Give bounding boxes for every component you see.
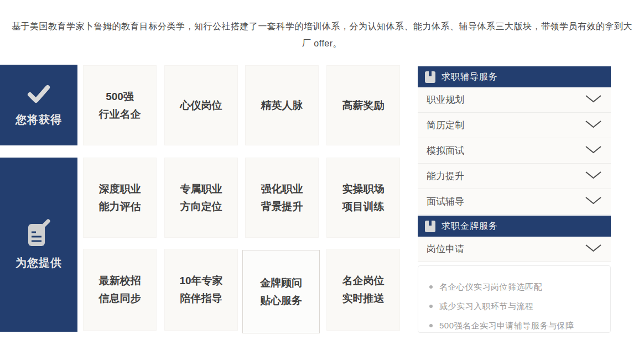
card-line: 金牌顾问 [260,274,302,292]
rail-we-provide: 为您提供 [0,158,77,332]
accordion-label: 职业规划 [427,93,464,106]
feature-card[interactable]: 强化职业 背景提升 [245,158,319,238]
card-line: 最新校招 [99,272,141,290]
accordion-label: 简历定制 [427,119,464,132]
career-training-section: 基于美国教育学家卜鲁姆的教育目标分类学，知行公社搭建了一套科学的培训体系，分为认… [0,0,644,345]
card-line: 陪伴指导 [180,290,222,307]
accordion-label: 岗位申请 [427,243,464,255]
section-header-gold-service: 求职金牌服务 [418,216,611,237]
services-sidebar: 求职辅导服务 职业规划 简历定制 模拟面试 能力提升 [418,66,611,333]
card-line: 行业名企 [99,106,141,123]
feature-card[interactable]: 深度职业 能力评估 [83,158,157,238]
benefit-item: 500强名企实习申请辅导服务与保障 [425,316,605,335]
feature-card[interactable]: 心仪岗位 [164,65,238,145]
rail-you-will-gain: 您将获得 [0,65,77,145]
rail-label: 您将获得 [15,112,62,127]
benefit-item: 名企心仪实习岗位筛选匹配 [425,277,605,296]
card-line: 名企岗位 [342,272,385,290]
card-line: 项目训练 [342,198,385,216]
chevron-down-icon[interactable] [585,145,602,156]
accordion-item-skill-improvement[interactable]: 能力提升 [418,164,611,189]
card-line: 实操职场 [342,180,385,198]
accordion-item-mock-interview[interactable]: 模拟面试 [418,138,611,164]
book-icon [425,221,435,232]
card-line: 实时推送 [342,290,385,307]
card-line: 强化职业 [261,180,303,198]
feature-card[interactable]: 实操职场 项目训练 [326,158,400,238]
feature-card[interactable]: 高薪奖励 [326,65,400,145]
accordion-item-resume-customization[interactable]: 简历定制 [418,113,611,138]
section-header-coaching: 求职辅导服务 [418,66,611,87]
chevron-down-icon[interactable] [585,120,602,131]
chevron-down-icon[interactable] [585,244,602,255]
accordion-item-interview-coaching[interactable]: 面试辅导 [418,189,611,215]
card-line: 信息同步 [99,290,141,307]
section-title: 求职辅导服务 [442,71,498,83]
accordion-label: 模拟面试 [427,144,464,157]
rail-label: 为您提供 [15,255,62,270]
card-line: 能力评估 [99,198,141,216]
feature-card-highlighted[interactable]: 金牌顾问 贴心服务 [242,250,320,333]
accordion-item-career-planning[interactable]: 职业规划 [418,87,611,113]
feature-card[interactable]: 精英人脉 [245,65,319,145]
service-benefits-box: 名企心仪实习岗位筛选匹配 减少实习入职环节与流程 500强名企实习申请辅导服务与… [418,265,611,333]
card-line: 500强 [106,88,134,106]
feature-card[interactable]: 专属职业 方向定位 [164,158,238,238]
card-line: 10年专家 [179,272,222,290]
benefits-list: 名企心仪实习岗位筛选匹配 减少实习入职环节与流程 500强名企实习申请辅导服务与… [425,277,605,335]
feature-card[interactable]: 10年专家 陪伴指导 [164,249,238,331]
benefit-item: 减少实习入职环节与流程 [425,296,605,316]
section-title: 求职金牌服务 [442,221,498,232]
check-icon [26,83,51,104]
card-line: 背景提升 [261,198,303,216]
book-icon [425,71,435,83]
card-line: 专属职业 [180,180,222,198]
card-line: 贴心服务 [260,292,302,310]
accordion-label: 能力提升 [427,170,464,182]
chevron-down-icon[interactable] [585,171,602,182]
card-line: 高薪奖励 [342,97,385,114]
chevron-down-icon[interactable] [585,196,602,207]
feature-card[interactable]: 500强 行业名企 [83,65,157,145]
edit-document-icon [25,219,53,248]
feature-card[interactable]: 最新校招 信息同步 [83,249,157,331]
card-line: 精英人脉 [261,97,303,114]
intro-text: 基于美国教育学家卜鲁姆的教育目标分类学，知行公社搭建了一套科学的培训体系，分为认… [8,18,636,52]
feature-card[interactable]: 名企岗位 实时推送 [326,249,400,331]
card-line: 心仪岗位 [180,97,222,114]
chevron-down-icon[interactable] [585,95,602,106]
card-line: 深度职业 [99,180,141,198]
accordion-item-job-application[interactable]: 岗位申请 [418,237,611,262]
accordion-label: 面试辅导 [427,195,464,208]
card-line: 方向定位 [180,198,222,216]
